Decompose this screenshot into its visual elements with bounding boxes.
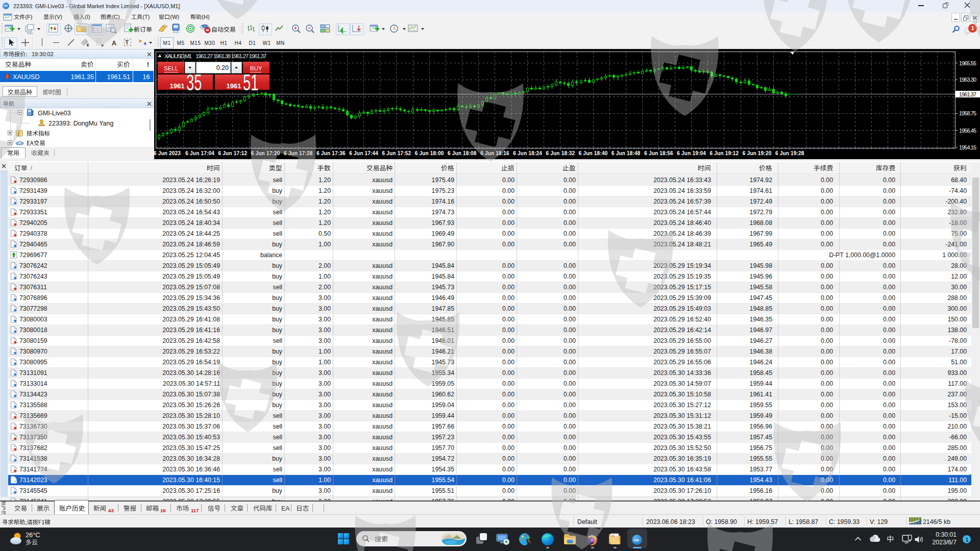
svg-text:F: F <box>102 44 104 47</box>
svg-text:1958.75: 1958.75 <box>959 110 976 116</box>
svg-text:1961.37: 1961.37 <box>959 91 976 97</box>
svg-text:1965.55: 1965.55 <box>959 60 976 66</box>
svg-text:6 Jun 17:20: 6 Jun 17:20 <box>251 151 280 156</box>
svg-text:6 Jun 18:48: 6 Jun 18:48 <box>611 151 641 156</box>
svg-text:6 Jun 18:56: 6 Jun 18:56 <box>644 151 673 156</box>
svg-text:6 Jun 17:04: 6 Jun 17:04 <box>185 151 214 156</box>
svg-text:6 Jun 18:00: 6 Jun 18:00 <box>415 151 444 156</box>
svg-text:6 Jun 17:36: 6 Jun 17:36 <box>316 151 346 156</box>
svg-text:1963.30: 1963.30 <box>959 77 976 83</box>
svg-text:6 Jun 19:04: 6 Jun 19:04 <box>677 151 706 156</box>
svg-text:6 Jun 19:20: 6 Jun 19:20 <box>743 151 772 156</box>
svg-text:6 Jun 18:32: 6 Jun 18:32 <box>546 151 575 156</box>
svg-text:6 Jun 18:40: 6 Jun 18:40 <box>579 151 608 156</box>
svg-text:6 Jun 18:08: 6 Jun 18:08 <box>448 151 477 156</box>
svg-text:6 Jun 19:12: 6 Jun 19:12 <box>710 151 739 156</box>
svg-text:6 Jun 17:28: 6 Jun 17:28 <box>284 151 313 156</box>
svg-text:XAUUSD,M1: XAUUSD,M1 <box>164 53 192 59</box>
svg-text:1961.27 1961.38 1961.27 1961.3: 1961.27 1961.38 1961.27 1961.37 <box>195 53 266 59</box>
svg-text:6 Jun 17:12: 6 Jun 17:12 <box>218 151 248 156</box>
svg-text:1954.15: 1954.15 <box>959 144 976 151</box>
svg-text:1956.45: 1956.45 <box>959 128 976 134</box>
svg-text:6 Jun 18:24: 6 Jun 18:24 <box>513 151 542 156</box>
svg-text:6 Jun 18:16: 6 Jun 18:16 <box>480 151 509 156</box>
svg-text:6 Jun 19:28: 6 Jun 19:28 <box>775 151 804 156</box>
svg-text:6 Jun 17:52: 6 Jun 17:52 <box>382 151 411 156</box>
svg-text:6 Jun 2023: 6 Jun 2023 <box>154 151 181 156</box>
svg-text:6 Jun 17:44: 6 Jun 17:44 <box>349 151 378 156</box>
svg-text:E: E <box>87 43 89 47</box>
